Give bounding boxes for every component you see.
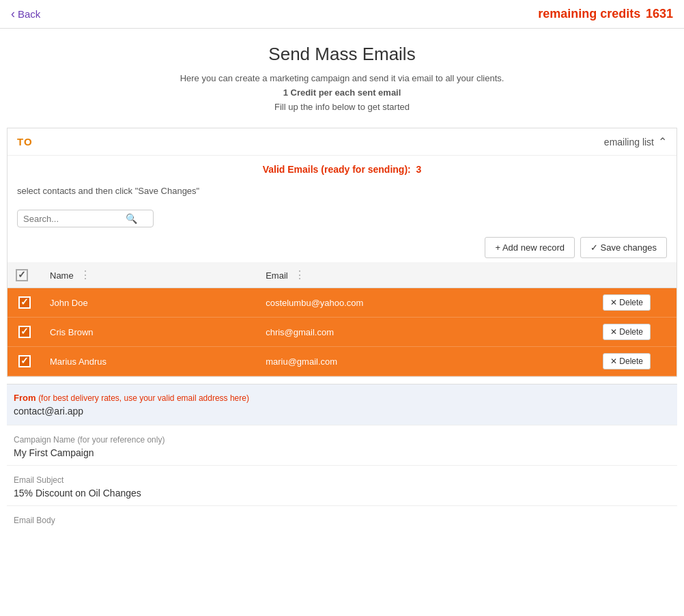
page-description: Here you can create a marketing campaign… bbox=[11, 72, 673, 114]
row-1-action: ✕ Delete bbox=[595, 288, 676, 318]
header-email-col: Email ⋮ bbox=[257, 262, 595, 288]
header-name-col: Name ⋮ bbox=[42, 262, 257, 288]
campaign-label: Campaign Name (for your reference only) bbox=[14, 435, 670, 445]
from-label: From bbox=[14, 393, 36, 403]
row-1-name: John Doe bbox=[42, 288, 257, 318]
emailing-list-label: emailing list bbox=[604, 137, 654, 148]
chevron-left-icon: ‹ bbox=[11, 7, 15, 21]
row-3-checkbox[interactable] bbox=[18, 355, 31, 367]
body-label: Email Body bbox=[14, 516, 670, 525]
table-row: John Doe costelumbu@yahoo.com ✕ Delete bbox=[8, 288, 676, 318]
row-3-name: Marius Andrus bbox=[42, 347, 257, 376]
to-section: TO emailing list ⌃ Valid Emails (ready f… bbox=[7, 128, 677, 377]
top-bar: ‹ Back remaining credits 1631 bbox=[0, 0, 684, 29]
valid-emails-text: Valid Emails (ready for sending): bbox=[263, 164, 411, 175]
description-line2: 1 Credit per each sent email bbox=[283, 87, 401, 98]
header-email-label: Email bbox=[266, 270, 288, 281]
header-name-label: Name bbox=[50, 270, 74, 281]
table-header: Name ⋮ Email ⋮ bbox=[8, 262, 676, 288]
row-3-email: mariu@gmail.com bbox=[257, 347, 595, 376]
name-col-options-icon[interactable]: ⋮ bbox=[80, 269, 91, 281]
campaign-value: My First Campaign bbox=[14, 447, 670, 458]
subject-section: Email Subject 15% Discount on Oil Change… bbox=[7, 465, 677, 505]
row-1-check bbox=[8, 288, 42, 318]
valid-emails-count: 3 bbox=[416, 164, 422, 175]
row-1-email: costelumbu@yahoo.com bbox=[257, 288, 595, 318]
table-toolbar: + Add new record ✓ Save changes bbox=[8, 233, 676, 262]
main-content: TO emailing list ⌃ Valid Emails (ready f… bbox=[0, 128, 684, 555]
from-hint: (for best delivery rates, use your valid… bbox=[38, 393, 249, 403]
row-2-checkbox[interactable] bbox=[18, 326, 31, 338]
row-3-delete-button[interactable]: ✕ Delete bbox=[603, 353, 651, 369]
search-icon: 🔍 bbox=[126, 213, 137, 224]
save-changes-button[interactable]: ✓ Save changes bbox=[580, 237, 667, 258]
campaign-section: Campaign Name (for your reference only) … bbox=[7, 425, 677, 465]
description-line1: Here you can create a marketing campaign… bbox=[180, 73, 504, 83]
subject-value: 15% Discount on Oil Changes bbox=[14, 488, 670, 499]
row-1-delete-button[interactable]: ✕ Delete bbox=[603, 294, 651, 311]
chevron-up-icon: ⌃ bbox=[658, 135, 667, 148]
page-title: Send Mass Emails bbox=[11, 44, 673, 65]
row-1-checkbox[interactable] bbox=[18, 296, 31, 309]
body-section: Email Body bbox=[7, 505, 677, 555]
from-section-label: From (for best delivery rates, use your … bbox=[14, 393, 670, 403]
search-input[interactable] bbox=[23, 214, 126, 224]
row-2-delete-button[interactable]: ✕ Delete bbox=[603, 324, 651, 340]
row-2-check bbox=[8, 318, 42, 347]
valid-emails-row: Valid Emails (ready for sending): 3 bbox=[8, 156, 676, 183]
table-row: Cris Brown chris@gmail.com ✕ Delete bbox=[8, 318, 676, 347]
back-link[interactable]: ‹ Back bbox=[11, 7, 40, 21]
from-section: From (for best delivery rates, use your … bbox=[7, 384, 677, 425]
search-input-wrap: 🔍 bbox=[17, 210, 154, 227]
emailing-list-toggle[interactable]: emailing list ⌃ bbox=[604, 135, 667, 148]
credits-value: 1631 bbox=[646, 7, 673, 20]
back-label: Back bbox=[18, 8, 40, 20]
search-row: 🔍 bbox=[8, 204, 676, 233]
header-action-col bbox=[595, 262, 676, 288]
contacts-table: Name ⋮ Email ⋮ bbox=[8, 262, 676, 376]
to-header: TO emailing list ⌃ bbox=[8, 128, 676, 156]
row-3-check bbox=[8, 347, 42, 376]
contacts-tbody: John Doe costelumbu@yahoo.com ✕ Delete C… bbox=[8, 288, 676, 376]
description-line3: Fill up the info below to get started bbox=[274, 102, 410, 112]
row-3-action: ✕ Delete bbox=[595, 347, 676, 376]
subject-label: Email Subject bbox=[14, 475, 670, 485]
row-2-action: ✕ Delete bbox=[595, 318, 676, 347]
credits-area: remaining credits 1631 bbox=[538, 7, 673, 21]
row-2-name: Cris Brown bbox=[42, 318, 257, 347]
select-hint: select contacts and then click "Save Cha… bbox=[8, 183, 676, 204]
row-2-email: chris@gmail.com bbox=[257, 318, 595, 347]
header-check-col bbox=[8, 262, 42, 288]
to-label: TO bbox=[17, 136, 33, 148]
page-header: Send Mass Emails Here you can create a m… bbox=[0, 29, 684, 121]
add-new-record-button[interactable]: + Add new record bbox=[485, 237, 575, 258]
header-checkbox[interactable] bbox=[16, 269, 28, 281]
email-col-options-icon[interactable]: ⋮ bbox=[294, 269, 305, 281]
credits-label: remaining credits bbox=[538, 7, 640, 20]
contacts-table-scroll: Name ⋮ Email ⋮ bbox=[8, 262, 676, 376]
table-row: Marius Andrus mariu@gmail.com ✕ Delete bbox=[8, 347, 676, 376]
from-value: contact@ari.app bbox=[14, 406, 670, 417]
